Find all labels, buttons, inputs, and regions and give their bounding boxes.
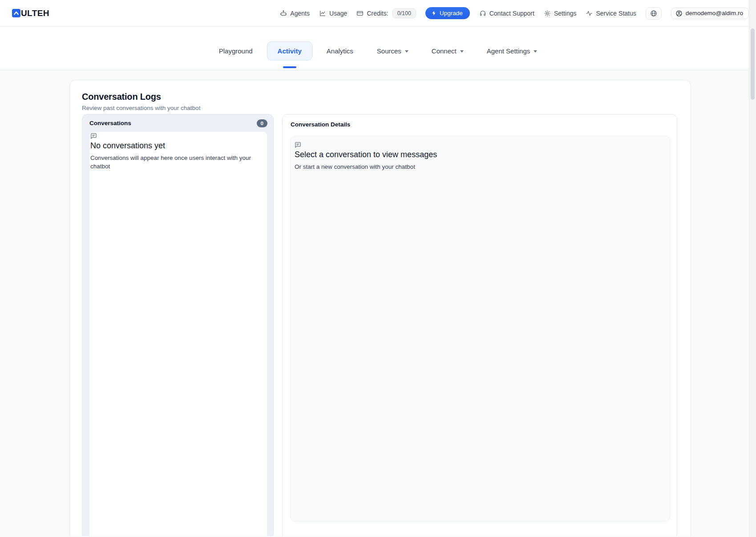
nav-credits[interactable]: Credits: 0/100 [356,8,416,18]
conversations-panel-header: Conversations 0 [82,114,273,132]
pulse-icon [586,10,593,17]
conversations-count-badge: 0 [257,119,267,127]
account-button[interactable]: demodemo@aldim.ro [671,8,749,19]
headset-icon [479,10,486,17]
upgrade-label: Upgrade [440,10,463,16]
tab-agent-settings[interactable]: Agent Settings [487,47,538,55]
tab-connect-label: Connect [432,47,457,55]
top-nav: Agents Usage Credits: 0/100 Upgrade [280,7,749,20]
conversation-logs-card: Conversation Logs Review past conversati… [69,80,691,536]
conversation-details-panel: Conversation Details Select a conversati… [282,114,677,536]
nav-contact-support-label: Contact Support [489,10,534,17]
conversation-details-empty-state: Select a conversation to view messages O… [291,136,670,521]
globe-icon [650,10,657,17]
conversations-panel: Conversations 0 No conversations yet Con… [82,114,274,536]
page-title: Conversation Logs [82,91,677,102]
nav-service-status-label: Service Status [596,10,636,17]
user-circle-icon [675,10,683,17]
nav-service-status[interactable]: Service Status [586,10,636,17]
main-content: Conversation Logs Review past conversati… [0,70,756,536]
conversation-details-title: Conversation Details [291,121,350,128]
language-button[interactable] [646,7,662,20]
chevron-down-icon [405,50,408,53]
nav-usage-label: Usage [329,10,347,17]
conversations-panel-title: Conversations [89,120,131,126]
tab-sources-label: Sources [377,47,401,55]
nav-settings[interactable]: Settings [544,10,577,17]
credits-value-pill: 0/100 [392,8,416,18]
tab-analytics[interactable]: Analytics [327,47,353,55]
brand-logo-icon [12,9,20,17]
conversations-empty-title: No conversations yet [90,141,266,151]
nav-agents-label: Agents [290,10,310,17]
tab-playground[interactable]: Playground [219,47,253,55]
conversations-list[interactable]: No conversations yet Conversations will … [89,132,267,536]
nav-usage[interactable]: Usage [319,10,347,17]
brand-name: ULTEH [21,8,49,18]
panels-row: Conversations 0 No conversations yet Con… [82,114,677,536]
nav-contact-support[interactable]: Contact Support [479,10,534,17]
credit-card-icon [356,10,364,17]
bot-icon [280,10,287,17]
message-square-icon [90,133,266,139]
details-empty-title: Select a conversation to view messages [295,150,666,159]
gear-icon [544,10,551,17]
page-scrollbar-track [749,0,756,537]
bolt-icon [431,10,437,16]
account-email: demodemo@aldim.ro [686,10,743,16]
chevron-down-icon [460,50,464,53]
brand-logo[interactable]: ULTEH [12,8,49,18]
page-scrollbar-thumb[interactable] [751,28,755,100]
upgrade-button[interactable]: Upgrade [425,7,470,19]
tab-sources[interactable]: Sources [377,47,408,55]
message-square-icon [295,142,666,148]
agent-tab-bar: Playground Activity Analytics Sources Co… [0,27,756,70]
chevron-down-icon [534,50,537,53]
details-empty-description: Or start a new conversation with your ch… [295,163,666,171]
tab-connect[interactable]: Connect [432,47,464,55]
nav-settings-label: Settings [554,10,577,17]
top-bar: ULTEH Agents Usage Credits: 0/100 [0,0,756,27]
nav-agents[interactable]: Agents [280,10,310,17]
tab-agent-settings-label: Agent Settings [487,47,530,55]
line-chart-icon [319,10,326,17]
conversation-details-header: Conversation Details [283,114,677,128]
nav-credits-label: Credits: [367,10,388,17]
page-subtitle: Review past conversations with your chat… [82,105,677,111]
conversations-empty-description: Conversations will appear here once user… [90,154,266,171]
tab-activity[interactable]: Activity [267,41,312,61]
